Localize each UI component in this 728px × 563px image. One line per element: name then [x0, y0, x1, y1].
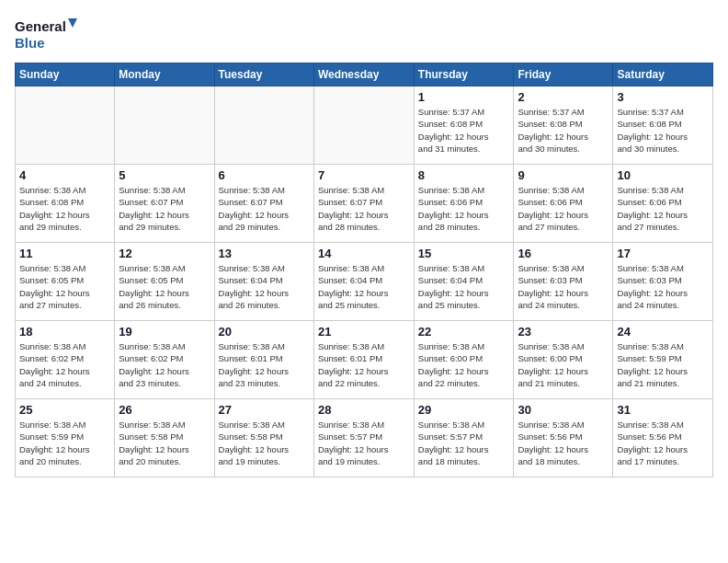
day-number: 21 — [318, 325, 410, 339]
day-info: Sunrise: 5:38 AM Sunset: 6:07 PM Dayligh… — [318, 184, 410, 233]
day-number: 14 — [318, 247, 410, 260]
calendar-cell: 6Sunrise: 5:38 AM Sunset: 6:07 PM Daylig… — [214, 165, 313, 243]
weekday-header-friday: Friday — [514, 63, 613, 86]
week-row-4: 18Sunrise: 5:38 AM Sunset: 6:02 PM Dayli… — [16, 321, 713, 399]
day-info: Sunrise: 5:38 AM Sunset: 6:07 PM Dayligh… — [219, 184, 310, 233]
calendar-cell: 29Sunrise: 5:38 AM Sunset: 5:57 PM Dayli… — [414, 399, 514, 477]
day-info: Sunrise: 5:38 AM Sunset: 5:56 PM Dayligh… — [518, 419, 609, 467]
day-number: 19 — [119, 325, 210, 339]
day-info: Sunrise: 5:38 AM Sunset: 6:01 PM Dayligh… — [219, 340, 310, 389]
day-info: Sunrise: 5:38 AM Sunset: 5:57 PM Dayligh… — [318, 419, 410, 467]
weekday-header-thursday: Thursday — [414, 63, 514, 86]
day-number: 28 — [318, 403, 410, 417]
day-info: Sunrise: 5:38 AM Sunset: 6:04 PM Dayligh… — [418, 262, 510, 311]
weekday-header-tuesday: Tuesday — [214, 63, 313, 86]
weekday-header-row: SundayMondayTuesdayWednesdayThursdayFrid… — [16, 63, 713, 86]
calendar-cell: 5Sunrise: 5:38 AM Sunset: 6:07 PM Daylig… — [115, 165, 214, 243]
day-info: Sunrise: 5:38 AM Sunset: 6:05 PM Dayligh… — [119, 262, 210, 311]
day-number: 5 — [119, 168, 210, 182]
weekday-header-wednesday: Wednesday — [313, 63, 414, 86]
calendar-cell: 16Sunrise: 5:38 AM Sunset: 6:03 PM Dayli… — [514, 243, 613, 321]
day-number: 30 — [518, 403, 609, 417]
day-number: 15 — [418, 247, 510, 260]
day-info: Sunrise: 5:38 AM Sunset: 6:00 PM Dayligh… — [418, 340, 510, 389]
day-info: Sunrise: 5:38 AM Sunset: 6:03 PM Dayligh… — [617, 262, 709, 311]
calendar-cell: 4Sunrise: 5:38 AM Sunset: 6:08 PM Daylig… — [16, 165, 115, 243]
day-number: 10 — [617, 168, 709, 182]
day-number: 8 — [418, 168, 510, 182]
calendar-cell — [313, 86, 414, 165]
day-number: 1 — [418, 90, 510, 104]
calendar-cell: 26Sunrise: 5:38 AM Sunset: 5:58 PM Dayli… — [115, 399, 214, 477]
calendar-cell: 2Sunrise: 5:37 AM Sunset: 6:08 PM Daylig… — [514, 86, 613, 165]
day-number: 29 — [418, 403, 510, 417]
calendar-cell: 20Sunrise: 5:38 AM Sunset: 6:01 PM Dayli… — [214, 321, 313, 399]
calendar-cell: 13Sunrise: 5:38 AM Sunset: 6:04 PM Dayli… — [214, 243, 313, 321]
calendar-cell — [16, 86, 115, 165]
day-number: 16 — [518, 247, 609, 260]
day-number: 18 — [19, 325, 110, 339]
day-number: 27 — [219, 403, 310, 417]
calendar-cell: 3Sunrise: 5:37 AM Sunset: 6:08 PM Daylig… — [613, 86, 713, 165]
day-info: Sunrise: 5:38 AM Sunset: 6:02 PM Dayligh… — [19, 340, 110, 389]
calendar-cell: 23Sunrise: 5:38 AM Sunset: 6:00 PM Dayli… — [514, 321, 613, 399]
logo-svg: General Blue — [15, 15, 79, 55]
day-number: 13 — [219, 247, 310, 260]
weekday-header-sunday: Sunday — [16, 63, 115, 86]
calendar-cell: 1Sunrise: 5:37 AM Sunset: 6:08 PM Daylig… — [414, 86, 514, 165]
calendar-cell: 12Sunrise: 5:38 AM Sunset: 6:05 PM Dayli… — [115, 243, 214, 321]
calendar-cell: 8Sunrise: 5:38 AM Sunset: 6:06 PM Daylig… — [414, 165, 514, 243]
weekday-header-monday: Monday — [115, 63, 214, 86]
weekday-header-saturday: Saturday — [613, 63, 713, 86]
day-info: Sunrise: 5:37 AM Sunset: 6:08 PM Dayligh… — [418, 106, 510, 155]
calendar-cell: 9Sunrise: 5:38 AM Sunset: 6:06 PM Daylig… — [514, 165, 613, 243]
day-info: Sunrise: 5:38 AM Sunset: 6:08 PM Dayligh… — [19, 184, 110, 233]
day-number: 22 — [418, 325, 510, 339]
calendar-cell: 18Sunrise: 5:38 AM Sunset: 6:02 PM Dayli… — [16, 321, 115, 399]
day-number: 2 — [518, 90, 609, 104]
calendar-cell: 25Sunrise: 5:38 AM Sunset: 5:59 PM Dayli… — [16, 399, 115, 477]
calendar-cell: 31Sunrise: 5:38 AM Sunset: 5:56 PM Dayli… — [613, 399, 713, 477]
day-info: Sunrise: 5:38 AM Sunset: 6:03 PM Dayligh… — [518, 262, 609, 311]
calendar-cell: 7Sunrise: 5:38 AM Sunset: 6:07 PM Daylig… — [313, 165, 414, 243]
day-number: 6 — [219, 168, 310, 182]
day-number: 9 — [518, 168, 609, 182]
day-info: Sunrise: 5:38 AM Sunset: 6:01 PM Dayligh… — [318, 340, 410, 389]
day-info: Sunrise: 5:38 AM Sunset: 5:57 PM Dayligh… — [418, 419, 510, 467]
day-number: 20 — [219, 325, 310, 339]
calendar-cell: 27Sunrise: 5:38 AM Sunset: 5:58 PM Dayli… — [214, 399, 313, 477]
day-info: Sunrise: 5:38 AM Sunset: 6:07 PM Dayligh… — [119, 184, 210, 233]
day-info: Sunrise: 5:38 AM Sunset: 6:05 PM Dayligh… — [19, 262, 110, 311]
day-number: 24 — [617, 325, 709, 339]
calendar-cell: 17Sunrise: 5:38 AM Sunset: 6:03 PM Dayli… — [613, 243, 713, 321]
calendar-cell: 21Sunrise: 5:38 AM Sunset: 6:01 PM Dayli… — [313, 321, 414, 399]
week-row-3: 11Sunrise: 5:38 AM Sunset: 6:05 PM Dayli… — [16, 243, 713, 321]
day-number: 7 — [318, 168, 410, 182]
svg-text:Blue: Blue — [15, 35, 45, 51]
day-info: Sunrise: 5:38 AM Sunset: 5:56 PM Dayligh… — [617, 419, 709, 467]
day-number: 26 — [119, 403, 210, 417]
calendar-cell: 19Sunrise: 5:38 AM Sunset: 6:02 PM Dayli… — [115, 321, 214, 399]
day-info: Sunrise: 5:37 AM Sunset: 6:08 PM Dayligh… — [617, 106, 709, 155]
day-info: Sunrise: 5:37 AM Sunset: 6:08 PM Dayligh… — [518, 106, 609, 155]
calendar-cell: 28Sunrise: 5:38 AM Sunset: 5:57 PM Dayli… — [313, 399, 414, 477]
calendar-cell: 10Sunrise: 5:38 AM Sunset: 6:06 PM Dayli… — [613, 165, 713, 243]
day-number: 11 — [19, 247, 110, 260]
day-number: 3 — [617, 90, 709, 104]
svg-marker-2 — [68, 18, 77, 28]
calendar-cell: 22Sunrise: 5:38 AM Sunset: 6:00 PM Dayli… — [414, 321, 514, 399]
week-row-2: 4Sunrise: 5:38 AM Sunset: 6:08 PM Daylig… — [16, 165, 713, 243]
day-info: Sunrise: 5:38 AM Sunset: 6:00 PM Dayligh… — [518, 340, 609, 389]
day-info: Sunrise: 5:38 AM Sunset: 6:04 PM Dayligh… — [318, 262, 410, 311]
day-number: 31 — [617, 403, 709, 417]
calendar-table: SundayMondayTuesdayWednesdayThursdayFrid… — [15, 63, 713, 477]
calendar-cell: 14Sunrise: 5:38 AM Sunset: 6:04 PM Dayli… — [313, 243, 414, 321]
day-info: Sunrise: 5:38 AM Sunset: 5:59 PM Dayligh… — [617, 340, 709, 389]
calendar-cell: 24Sunrise: 5:38 AM Sunset: 5:59 PM Dayli… — [613, 321, 713, 399]
day-number: 23 — [518, 325, 609, 339]
day-info: Sunrise: 5:38 AM Sunset: 6:06 PM Dayligh… — [518, 184, 609, 233]
day-info: Sunrise: 5:38 AM Sunset: 6:04 PM Dayligh… — [219, 262, 310, 311]
page-header: General Blue — [15, 15, 713, 55]
day-info: Sunrise: 5:38 AM Sunset: 5:58 PM Dayligh… — [119, 419, 210, 467]
day-number: 17 — [617, 247, 709, 260]
